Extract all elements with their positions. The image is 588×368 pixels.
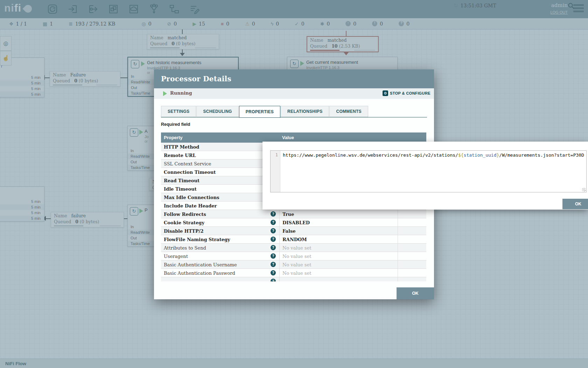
property-row[interactable]: Cookie Strategy ? DISABLED [161, 218, 426, 227]
property-row[interactable]: Attributes to Send ? No value set [161, 244, 426, 252]
property-row[interactable]: FlowFile Naming Strategy ? RANDOM [161, 235, 426, 244]
run-status-bar: Running ⚙ STOP & CONFIGURE [154, 88, 434, 99]
tab[interactable]: COMMENTS [329, 106, 368, 117]
value-editor[interactable]: 1 https://www.pegelonline.wsv.de/webserv… [270, 150, 587, 192]
help-icon[interactable]: ? [271, 245, 276, 250]
properties-table-header: Property Value [161, 132, 426, 143]
property-row[interactable]: Follow Redirects ? True [161, 210, 426, 218]
required-field-note: Required field [161, 122, 190, 127]
running-status-icon [163, 91, 167, 96]
help-icon[interactable]: ? [271, 270, 276, 275]
dialog-ok-button[interactable]: OK [397, 287, 434, 299]
stop-and-configure-button[interactable]: ⚙ STOP & CONFIGURE [383, 90, 430, 96]
run-status-label: Running [170, 90, 192, 96]
property-row[interactable]: Basic Authentication Password ? No value… [161, 269, 426, 277]
remote-url-value[interactable]: https://www.pegelonline.wsv.de/webservic… [280, 151, 586, 192]
help-icon[interactable]: ? [271, 220, 276, 225]
help-icon[interactable]: ? [271, 211, 276, 217]
tab[interactable]: SETTINGS [161, 106, 196, 117]
help-icon[interactable]: ? [271, 228, 276, 233]
tab[interactable]: RELATIONSHIPS [281, 106, 329, 117]
tab[interactable]: SCHEDULING [196, 106, 238, 117]
help-icon[interactable]: ? [271, 253, 276, 259]
line-number-gutter: 1 [271, 151, 280, 192]
property-row[interactable]: Useragent ? No value set [161, 252, 426, 260]
resize-handle[interactable] [582, 188, 586, 191]
tab[interactable]: PROPERTIES [239, 106, 280, 118]
help-icon[interactable]: ? [271, 279, 276, 281]
help-icon[interactable]: ? [271, 262, 276, 267]
stop-configure-icon: ⚙ [383, 90, 388, 96]
dialog-header: Processor Details [154, 69, 434, 88]
property-row[interactable]: ? [161, 277, 426, 281]
dialog-tabs: SETTINGS SCHEDULING PROPERTIES RELATIONS… [161, 106, 368, 118]
help-icon[interactable]: ? [271, 237, 276, 242]
nifi-app: nifi admin LOG OUT ❖ 1 / 1 [0, 0, 588, 368]
dialog-title: Processor Details [161, 69, 434, 88]
property-row[interactable]: Disable HTTP/2 ? False [161, 227, 426, 235]
property-row[interactable]: Basic Authentication Username ? No value… [161, 260, 426, 269]
value-editor-popup: 1 https://www.pegelonline.wsv.de/webserv… [262, 142, 588, 210]
editor-ok-button[interactable]: OK [562, 199, 588, 209]
